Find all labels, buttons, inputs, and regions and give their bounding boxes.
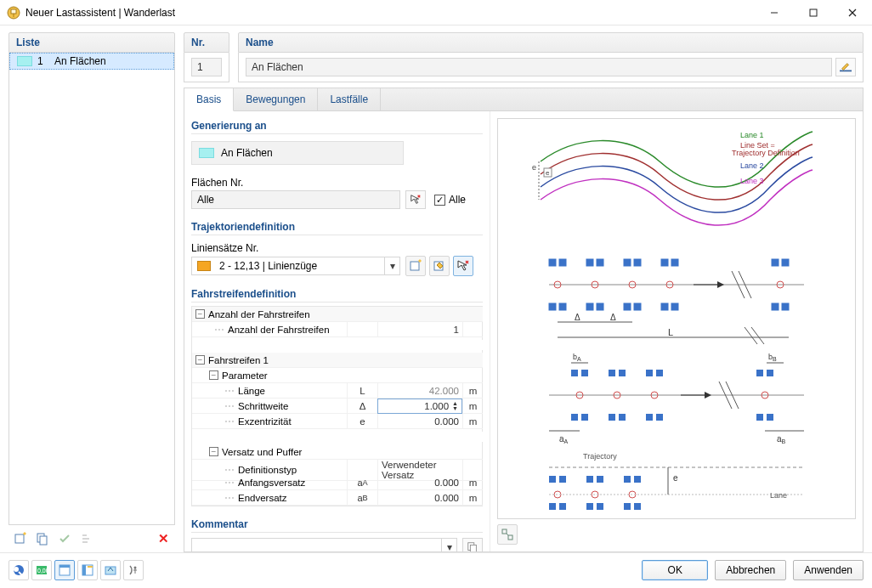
- svg-rect-131: [88, 566, 93, 568]
- ok-button[interactable]: OK: [642, 560, 708, 580]
- footer-script-button[interactable]: [123, 560, 144, 580]
- tab-content: Generierung an An Flächen Flächen Nr. Al…: [184, 111, 863, 551]
- row-laenge-label: Länge: [238, 386, 265, 396]
- collapse-icon[interactable]: −: [209, 370, 218, 380]
- footer-toolbar: 0,00: [8, 560, 144, 580]
- row-aA-unit: m: [462, 475, 483, 490]
- svg-rect-30: [586, 259, 593, 266]
- svg-rect-35: [671, 259, 678, 266]
- kommentar-library-button[interactable]: [462, 538, 483, 551]
- svg-text:Δ: Δ: [575, 313, 580, 322]
- footer-view3-button[interactable]: [100, 560, 121, 580]
- row-exz-label: Exzentrizität: [238, 416, 292, 427]
- svg-rect-75: [609, 414, 615, 421]
- svg-rect-68: [619, 370, 626, 376]
- delete-assistant-button[interactable]: ✕: [153, 529, 173, 549]
- edit-name-button[interactable]: [835, 58, 856, 76]
- list-item[interactable]: 1 An Flächen: [9, 53, 174, 70]
- tabs-panel: Basis Bewegungen Lastfälle Generierung a…: [184, 88, 864, 552]
- row-schritt-value: 1.000: [424, 401, 449, 411]
- list-body[interactable]: 1 An Flächen: [8, 53, 175, 525]
- row-aB-value[interactable]: 0.000: [377, 490, 462, 506]
- new-assistant-button[interactable]: [10, 529, 31, 549]
- spinner-arrows-icon[interactable]: ▲▼: [452, 401, 458, 411]
- tab-bewegungen[interactable]: Bewegungen: [234, 88, 318, 110]
- svg-line-61: [745, 327, 757, 344]
- close-button[interactable]: [833, 0, 872, 25]
- svg-text:e: e: [546, 169, 550, 177]
- row-exz-unit: m: [462, 414, 483, 429]
- row-schritt-value-input[interactable]: 1.000 ▲▼: [377, 399, 462, 414]
- kommentar-combo[interactable]: ▾: [191, 538, 457, 551]
- svg-text:aB: aB: [777, 434, 786, 444]
- svg-line-62: [751, 327, 764, 344]
- copy-assistant-button[interactable]: [32, 529, 53, 549]
- offset-label: Versatz und Puffer: [222, 447, 302, 457]
- edit-lineset-button[interactable]: [429, 256, 450, 276]
- tab-basis[interactable]: Basis: [184, 88, 234, 111]
- new-lineset-button[interactable]: [405, 256, 426, 276]
- row-exz-value[interactable]: 0.000: [377, 414, 462, 429]
- svg-rect-69: [646, 370, 653, 376]
- collapse-icon[interactable]: −: [195, 355, 205, 365]
- alle-checkbox-box: ✓: [434, 195, 445, 206]
- svg-rect-51: [772, 303, 779, 310]
- list-panel: Liste 1 An Flächen ✕: [8, 32, 175, 552]
- row-laenge-sym: L: [347, 383, 377, 399]
- linien-swatch: [197, 261, 211, 271]
- linien-combo[interactable]: 2 - 12,13 | Linienzüge ▾: [191, 257, 400, 275]
- pick-surfaces-button[interactable]: [405, 190, 426, 209]
- svg-text:aA: aA: [559, 434, 569, 444]
- svg-rect-9: [840, 71, 852, 72]
- offset-header-c1: Definitionstyp: [238, 465, 297, 475]
- svg-point-123: [14, 567, 19, 572]
- footer-units-button[interactable]: 0,00: [31, 560, 52, 580]
- row-exz-sym: e: [347, 414, 377, 429]
- sort-assistant-button[interactable]: [76, 529, 97, 549]
- row-aB-unit: m: [462, 490, 483, 506]
- svg-rect-103: [624, 476, 631, 483]
- preview-tool-button[interactable]: [497, 524, 518, 545]
- svg-text:0,00: 0,00: [37, 568, 48, 574]
- svg-rect-77: [646, 414, 653, 421]
- nr-value: 1: [191, 58, 222, 76]
- svg-rect-65: [571, 370, 578, 376]
- apply-button[interactable]: Anwenden: [793, 560, 864, 580]
- svg-rect-12: [411, 262, 419, 270]
- svg-text:Trajectory: Trajectory: [583, 452, 617, 461]
- svg-rect-72: [767, 370, 773, 376]
- svg-rect-130: [82, 565, 86, 575]
- svg-rect-34: [661, 259, 668, 266]
- lanes-tree[interactable]: − Anzahl der Fahrstreifen ⋯ Anzahl der F…: [191, 306, 483, 506]
- chevron-down-icon: ▾: [441, 539, 456, 551]
- flaechen-label: Flächen Nr.: [191, 175, 483, 190]
- cancel-button[interactable]: Abbrechen: [715, 560, 786, 580]
- group-f1-label: Fahrstreifen 1: [208, 355, 269, 365]
- kommentar-section: Kommentar ▾: [191, 515, 483, 551]
- maximize-button[interactable]: [794, 0, 833, 25]
- kommentar-title: Kommentar: [191, 515, 483, 533]
- minimize-button[interactable]: [755, 0, 794, 25]
- svg-rect-66: [581, 370, 588, 376]
- preview-tools: [497, 519, 856, 545]
- footer-help-button[interactable]: [8, 560, 29, 580]
- anzahl-value[interactable]: 1: [454, 325, 459, 335]
- footer: 0,00 OK Abbrechen Anwenden: [0, 552, 872, 586]
- collapse-icon[interactable]: −: [209, 447, 218, 456]
- alle-checkbox[interactable]: ✓ Alle: [434, 194, 466, 206]
- check-assistant-button[interactable]: [54, 529, 75, 549]
- pick-lineset-button[interactable]: [453, 256, 473, 276]
- name-label: Name: [238, 32, 864, 53]
- footer-view2-button[interactable]: [77, 560, 98, 580]
- row-aA-value[interactable]: 0.000: [377, 475, 462, 490]
- svg-text:Δ: Δ: [610, 313, 616, 322]
- list-item-label: An Flächen: [54, 55, 106, 67]
- titlebar: Neuer Lastassistent | Wanderlast: [0, 0, 872, 25]
- name-input[interactable]: An Flächen: [246, 58, 832, 76]
- tab-lastfaelle[interactable]: Lastfälle: [318, 88, 381, 110]
- tab-strip: Basis Bewegungen Lastfälle: [184, 88, 863, 111]
- collapse-icon[interactable]: −: [195, 309, 205, 319]
- footer-view1-button[interactable]: [54, 560, 75, 580]
- svg-rect-111: [586, 503, 593, 510]
- flaechen-input[interactable]: Alle: [191, 190, 400, 209]
